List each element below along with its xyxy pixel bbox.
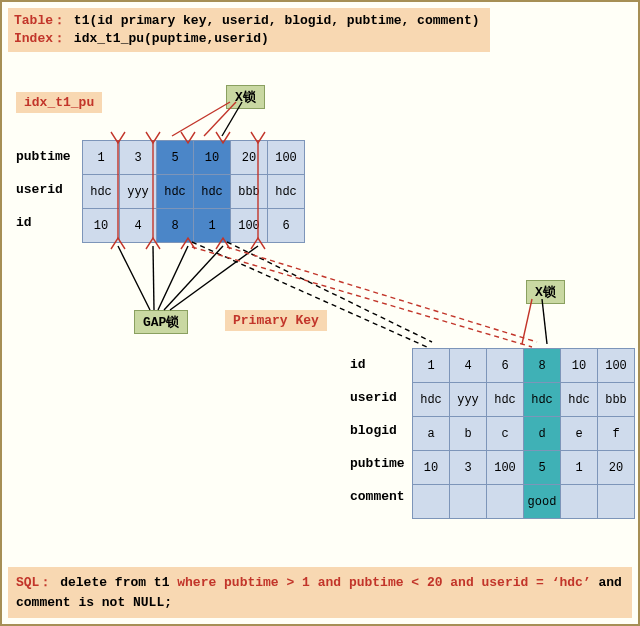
cell: hdc: [487, 383, 524, 417]
cell: 8: [524, 349, 561, 383]
cell: yyy: [120, 175, 157, 209]
cell: hdc: [157, 175, 194, 209]
cell: 10: [83, 209, 120, 243]
primary-key-label: Primary Key: [225, 310, 327, 331]
svg-line-7: [153, 246, 154, 310]
cell: [487, 485, 524, 519]
row-header: blogid: [350, 414, 405, 447]
cell: 6: [487, 349, 524, 383]
svg-line-6: [118, 246, 150, 310]
cell: 5: [157, 141, 194, 175]
row-header: pubtime: [16, 140, 71, 173]
table-label: Table：: [14, 13, 66, 28]
cell: hdc: [413, 383, 450, 417]
cell: 100: [487, 451, 524, 485]
sql-where: where pubtime > 1 and pubtime < 20 and u…: [177, 575, 590, 590]
svg-line-8: [158, 246, 188, 310]
sql-statement: SQL： delete from t1 where pubtime > 1 an…: [8, 567, 632, 618]
svg-line-12: [192, 247, 532, 347]
cell: d: [524, 417, 561, 451]
table-def: t1(id primary key, userid, blogid, pubti…: [74, 13, 480, 28]
cell: 20: [231, 141, 268, 175]
cell: 100: [231, 209, 268, 243]
pk-row-headers: id userid blogid pubtime comment: [350, 348, 405, 513]
cell: [561, 485, 598, 519]
cell: e: [561, 417, 598, 451]
cell: 1: [83, 141, 120, 175]
sql-prefix: SQL：: [16, 575, 52, 590]
index-table: 1351020100hdcyyyhdchdcbbbhdc104811006: [82, 140, 305, 243]
cell: f: [598, 417, 635, 451]
index-row-headers: pubtime userid id: [16, 140, 71, 239]
primary-key-table: 146810100hdcyyyhdchdchdcbbbabcdef1031005…: [412, 348, 635, 519]
index-def: idx_t1_pu(puptime,userid): [74, 31, 269, 46]
cell: 3: [120, 141, 157, 175]
cell: 10: [194, 141, 231, 175]
row-header: userid: [16, 173, 71, 206]
x-lock-label-top: X锁: [226, 85, 265, 109]
schema-definition: Table： t1(id primary key, userid, blogid…: [8, 8, 490, 52]
cell: hdc: [268, 175, 305, 209]
cell: [413, 485, 450, 519]
cell: c: [487, 417, 524, 451]
cell: 1: [194, 209, 231, 243]
svg-line-15: [522, 299, 532, 344]
sql-cmd: delete from t1: [60, 575, 177, 590]
cell: 10: [561, 349, 598, 383]
svg-line-0: [172, 102, 230, 136]
cell: 3: [450, 451, 487, 485]
cell: bbb: [598, 383, 635, 417]
svg-line-16: [542, 299, 547, 344]
svg-line-11: [192, 242, 427, 347]
row-header: comment: [350, 480, 405, 513]
cell: a: [413, 417, 450, 451]
index-name-label: idx_t1_pu: [16, 92, 102, 113]
row-header: id: [16, 206, 71, 239]
cell: 6: [268, 209, 305, 243]
cell: 4: [120, 209, 157, 243]
index-label: Index：: [14, 31, 66, 46]
cell: 4: [450, 349, 487, 383]
svg-line-9: [164, 246, 223, 310]
svg-line-10: [170, 246, 258, 310]
gap-lock-label: GAP锁: [134, 310, 188, 334]
cell: 20: [598, 451, 635, 485]
cell: 1: [561, 451, 598, 485]
cell: 10: [413, 451, 450, 485]
row-header: pubtime: [350, 447, 405, 480]
cell: 5: [524, 451, 561, 485]
cell: yyy: [450, 383, 487, 417]
cell: 100: [598, 349, 635, 383]
cell: b: [450, 417, 487, 451]
row-header: id: [350, 348, 405, 381]
cell: 8: [157, 209, 194, 243]
cell: hdc: [194, 175, 231, 209]
cell: hdc: [83, 175, 120, 209]
cell: [450, 485, 487, 519]
cell: hdc: [561, 383, 598, 417]
cell: [598, 485, 635, 519]
cell: hdc: [524, 383, 561, 417]
cell: 100: [268, 141, 305, 175]
row-header: userid: [350, 381, 405, 414]
x-lock-label-right: X锁: [526, 280, 565, 304]
cell: bbb: [231, 175, 268, 209]
cell: good: [524, 485, 561, 519]
cell: 1: [413, 349, 450, 383]
